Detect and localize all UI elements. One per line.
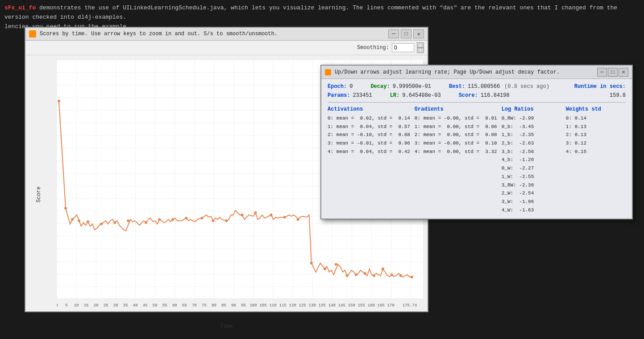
svg-text:175.74: 175.74 <box>403 303 417 308</box>
svg-point-41 <box>297 218 299 221</box>
svg-text:115: 115 <box>279 303 287 308</box>
svg-point-48 <box>373 274 375 277</box>
svg-point-30 <box>145 221 147 224</box>
log-ratio-0: 0_RW: -2.99 <box>502 114 561 123</box>
info-window-controls: — □ ✕ <box>597 68 628 77</box>
svg-text:170: 170 <box>387 303 395 308</box>
gradient-4: 4: mean = 0.00, std = 3.32 <box>415 148 497 156</box>
lr-label: LR: <box>390 92 400 99</box>
svg-point-29 <box>127 219 129 222</box>
info-window-icon <box>325 69 331 75</box>
runtime-value: 159.8 <box>610 92 626 99</box>
svg-point-31 <box>158 218 161 221</box>
info-maximize-button[interactable]: □ <box>608 68 618 77</box>
svg-point-49 <box>382 268 384 270</box>
svg-text:0: 0 <box>57 303 58 308</box>
svg-point-39 <box>270 214 273 216</box>
svg-point-35 <box>212 219 214 222</box>
svg-point-24 <box>71 218 74 221</box>
smoothing-input[interactable] <box>392 43 414 52</box>
log-ratio-1: 0_b: -3.45 <box>502 123 561 131</box>
log-ratio-6: 0_W: -2.27 <box>502 164 561 173</box>
svg-point-38 <box>254 211 257 214</box>
svg-text:130: 130 <box>309 303 316 308</box>
weight-4: 4: 0.15 <box>566 148 626 156</box>
svg-point-44 <box>335 263 337 266</box>
svg-text:5: 5 <box>65 303 67 308</box>
svg-text:20: 20 <box>94 303 99 308</box>
svg-text:90: 90 <box>231 303 236 308</box>
epoch-label: Epoch: <box>328 83 347 90</box>
svg-text:135: 135 <box>319 303 326 308</box>
smoothing-spinner[interactable]: ▲ ▼ <box>417 42 424 53</box>
best-extra: (0.8 secs ago) <box>504 83 549 90</box>
decay-label: Decay: <box>370 83 390 90</box>
svg-text:35: 35 <box>123 303 128 308</box>
activation-3: 3: mean = -0.01, std = 0.96 <box>328 139 410 148</box>
svg-point-27 <box>100 223 103 225</box>
svg-point-46 <box>355 273 357 276</box>
params-value: 233451 <box>353 92 372 99</box>
chart-maximize-button[interactable]: □ <box>401 29 411 38</box>
log-ratio-4: 3_b: -2.56 <box>502 148 561 156</box>
svg-text:65: 65 <box>182 303 187 308</box>
svg-text:40: 40 <box>133 303 138 308</box>
activation-2: 2: mean = -0.10, std = 0.88 <box>328 131 410 139</box>
info-close-button[interactable]: ✕ <box>619 68 628 77</box>
info-minimize-button[interactable]: — <box>597 68 607 77</box>
svg-point-32 <box>171 218 174 221</box>
gradient-1: 1: mean = 0.00, std = 0.06 <box>415 123 497 131</box>
svg-text:155: 155 <box>358 303 365 308</box>
epoch-field: Epoch: 0 <box>328 83 353 90</box>
svg-text:75: 75 <box>202 303 207 308</box>
svg-text:140: 140 <box>328 303 336 308</box>
log-ratio-9: 2_W: -2.54 <box>502 189 561 198</box>
gradients-col: Gradients 0: mean = -0.00, std = 0.01 1:… <box>415 106 497 214</box>
score-label: Score: <box>459 92 478 99</box>
info-title: Up/Down arrows adjust learning rate; Pag… <box>335 69 594 75</box>
params-label: Params: <box>328 92 350 99</box>
svg-point-22 <box>58 100 60 103</box>
chart-window-controls: — □ ✕ <box>388 29 424 38</box>
svg-point-28 <box>113 221 116 224</box>
activations-col: Activations 0: mean = 0.02, std = 0.14 1… <box>328 106 410 214</box>
info-divider <box>328 102 626 103</box>
chart-title: Scores by time. Use arrow keys to zoom i… <box>40 31 385 37</box>
svg-text:145: 145 <box>338 303 345 308</box>
svg-text:95: 95 <box>241 303 246 308</box>
lr-value: 9.645408e-03 <box>402 92 440 99</box>
activation-0: 0: mean = 0.02, std = 0.14 <box>328 114 410 123</box>
log-ratios-col: Log Ratios 0_RW: -2.99 0_b: -3.45 1_b: -… <box>502 106 561 214</box>
log-ratio-5: 4_b: -1.26 <box>502 156 561 164</box>
svg-text:165: 165 <box>378 303 385 308</box>
info-window: Up/Down arrows adjust learning rate; Pag… <box>320 65 633 219</box>
gradient-3: 3: mean = -0.00, std = 0.10 <box>415 139 497 148</box>
svg-text:150: 150 <box>348 303 355 308</box>
svg-text:15: 15 <box>84 303 89 308</box>
info-titlebar: Up/Down arrows adjust learning rate; Pag… <box>321 66 632 79</box>
svg-text:30: 30 <box>113 303 118 308</box>
svg-text:105: 105 <box>259 303 266 308</box>
svg-text:160: 160 <box>368 303 375 308</box>
gradients-title: Gradients <box>415 106 497 112</box>
info-stats: Activations 0: mean = 0.02, std = 0.14 1… <box>328 106 626 214</box>
spinner-up[interactable]: ▲ <box>417 42 424 48</box>
svg-text:85: 85 <box>221 303 226 308</box>
svg-point-37 <box>241 214 244 216</box>
svg-text:60: 60 <box>172 303 177 308</box>
best-label: Best: <box>449 83 465 90</box>
gradient-2: 2: mean = 0.00, std = 0.08 <box>415 131 497 139</box>
runtime-value-field: 159.8 <box>610 92 626 99</box>
activation-4: 4: mean = 0.04, std = 0.42 <box>328 148 410 156</box>
log-ratio-8: 3_RW: -2.36 <box>502 181 561 190</box>
svg-point-47 <box>364 272 366 275</box>
log-ratio-7: 1_W: -2.55 <box>502 173 561 181</box>
spinner-down[interactable]: ▼ <box>417 48 424 53</box>
svg-point-42 <box>310 262 313 265</box>
svg-text:125: 125 <box>299 303 306 308</box>
chart-close-button[interactable]: ✕ <box>413 29 424 38</box>
svg-point-23 <box>64 207 67 210</box>
weight-3: 3: 0.12 <box>566 139 626 148</box>
chart-minimize-button[interactable]: — <box>388 29 399 38</box>
svg-point-26 <box>87 220 89 223</box>
